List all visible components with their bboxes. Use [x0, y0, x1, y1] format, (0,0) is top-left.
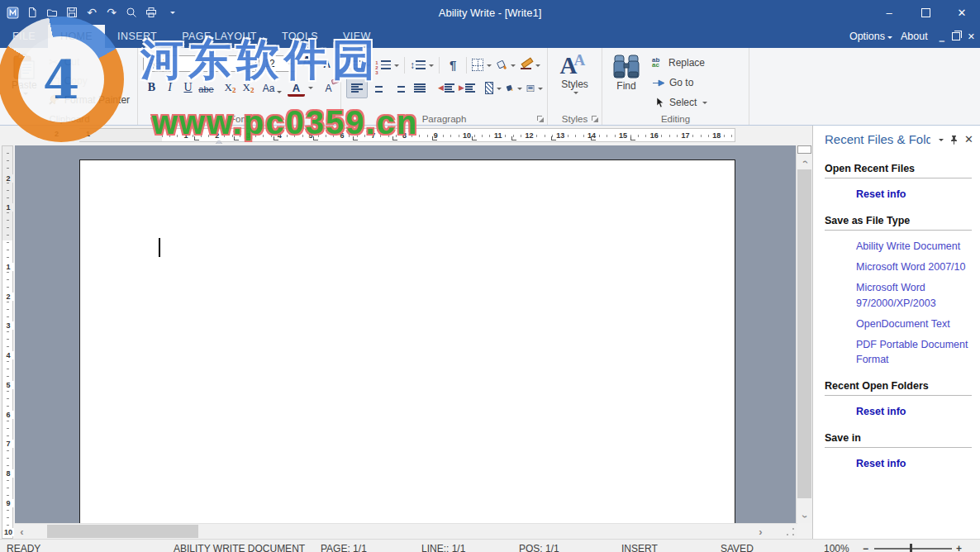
font-color-button[interactable]: A [288, 79, 305, 97]
file-type-link[interactable]: Ability Write Document [856, 239, 972, 254]
subscript-button[interactable]: X2 [221, 79, 239, 97]
scroll-left-button[interactable]: ‹ [15, 524, 29, 539]
format-painter-button[interactable]: Format Painter [45, 90, 131, 109]
superscript-button[interactable]: X2 [240, 79, 257, 97]
tab-page-layout[interactable]: PAGE LAYOUT [169, 25, 269, 48]
minimize-button[interactable]: – [871, 0, 907, 25]
bullet-list-button[interactable] [346, 55, 373, 74]
replace-button[interactable]: abac Replace [650, 54, 709, 73]
vertical-scroll-thumb[interactable] [797, 169, 811, 498]
file-type-link[interactable]: PDF Portable Document Format [856, 337, 972, 367]
select-cursor-icon [652, 97, 666, 108]
document-page[interactable] [79, 159, 735, 523]
horizontal-scroll-thumb[interactable] [47, 525, 198, 538]
pilcrow-icon: ¶ [450, 58, 456, 72]
split-handle[interactable] [797, 145, 811, 154]
pin-icon [949, 135, 959, 145]
new-document-icon[interactable] [25, 5, 40, 20]
close-button[interactable]: ✕ [944, 0, 980, 25]
grow-font-button[interactable]: A [298, 55, 316, 73]
align-left-button[interactable] [346, 78, 368, 98]
zoom-slider-handle[interactable] [910, 544, 912, 552]
chevron-down-icon [248, 63, 253, 68]
strikethrough-button[interactable]: abe [197, 79, 215, 97]
save-icon[interactable] [64, 5, 79, 20]
open-icon[interactable] [45, 5, 59, 20]
shading-button[interactable] [494, 55, 518, 74]
increase-indent-button[interactable]: ▶ [457, 79, 477, 98]
styles-button[interactable]: AA Styles [555, 52, 595, 97]
change-case-button[interactable]: Aa [264, 79, 281, 97]
print-icon[interactable] [144, 5, 159, 20]
panel-close-button[interactable]: ✕ [964, 133, 973, 145]
file-type-link[interactable]: Microsoft Word 97/2000/XP/2003 [856, 280, 972, 310]
vertical-scrollbar[interactable]: › › [796, 145, 812, 523]
paragraph-shading-button[interactable] [504, 79, 524, 98]
font-color-dropdown-icon[interactable] [308, 87, 313, 92]
zoom-slider-track[interactable] [874, 548, 952, 550]
align-right-button[interactable] [389, 79, 409, 98]
font-size-select[interactable]: 12 [259, 55, 296, 72]
border-pencil-button[interactable] [518, 55, 542, 74]
maximize-button[interactable] [907, 0, 944, 25]
cut-button[interactable]: ✂ Cut [45, 52, 131, 71]
scroll-down-button[interactable]: › [797, 509, 812, 523]
line-spacing-button[interactable]: ↕ [408, 55, 435, 74]
italic-button[interactable]: I [161, 79, 178, 97]
resize-grip[interactable] [785, 526, 796, 537]
doc-minimize-button[interactable]: ‗ [940, 32, 944, 41]
decrease-indent-button[interactable]: ◀ [436, 79, 456, 98]
options-menu[interactable]: Options [849, 31, 892, 42]
fill-color-button[interactable] [525, 79, 545, 98]
tab-view[interactable]: VIEW [331, 25, 383, 48]
show-marks-button[interactable]: ¶ [443, 55, 463, 74]
reset-info-link[interactable]: Reset info [856, 404, 972, 419]
copy-button[interactable]: Copy [45, 71, 131, 90]
format-painter-icon [47, 94, 61, 106]
scroll-right-button[interactable]: › [754, 524, 768, 539]
styles-dialog-launcher[interactable] [591, 115, 599, 123]
panel-menu-button[interactable] [936, 137, 944, 142]
about-menu[interactable]: About [901, 31, 928, 42]
horizontal-ruler[interactable]: 21123456789101112131415161718 [15, 126, 812, 145]
zoom-out-button[interactable]: − [863, 543, 868, 552]
horizontal-scrollbar[interactable]: ‹ › [15, 523, 797, 539]
justify-button[interactable] [410, 79, 430, 98]
vertical-ruler[interactable]: 2112345678910 [0, 145, 15, 539]
reset-info-link[interactable]: Reset info [856, 456, 972, 471]
zoom-in-button[interactable]: + [956, 543, 962, 552]
file-type-link[interactable]: OpenDocument Text [856, 316, 972, 331]
select-button[interactable]: Select [650, 93, 709, 112]
reset-info-link[interactable]: Reset info [856, 187, 972, 202]
panel-pin-button[interactable] [949, 135, 959, 145]
tab-insert[interactable]: INSERT [105, 25, 169, 48]
file-type-link[interactable]: Microsoft Word 2007/10 [856, 259, 972, 274]
tab-home[interactable]: HOME [48, 25, 105, 48]
shrink-font-button[interactable]: A [318, 55, 335, 73]
doc-close-button[interactable]: ✕ [968, 32, 975, 41]
find-button[interactable]: Find [607, 52, 645, 112]
paste-button[interactable]: Paste [7, 52, 42, 109]
print-preview-icon[interactable] [124, 5, 139, 20]
clear-formatting-button[interactable]: A [320, 79, 337, 97]
doc-restore-button[interactable] [952, 32, 960, 40]
qat-customize-icon[interactable] [164, 5, 178, 20]
binoculars-icon [612, 54, 640, 80]
status-insert-mode[interactable]: INSERT [621, 543, 658, 552]
pattern-button[interactable] [483, 79, 503, 98]
numbered-list-button[interactable]: 123 [373, 55, 401, 74]
borders-button[interactable] [470, 55, 493, 74]
font-name-select[interactable]: 宋体 [143, 55, 256, 72]
scroll-up-button[interactable]: › [797, 155, 812, 169]
bold-button[interactable]: B [143, 79, 160, 97]
align-center-button[interactable] [369, 79, 388, 98]
redo-icon[interactable]: ↷ [104, 5, 119, 20]
tab-tools[interactable]: TOOLS [269, 25, 331, 48]
tab-file[interactable]: FILE [0, 25, 48, 48]
justify-icon [414, 83, 426, 93]
underline-button[interactable]: U [179, 79, 197, 97]
undo-icon[interactable]: ↶ [84, 5, 99, 20]
font-dialog-launcher[interactable] [330, 115, 338, 123]
goto-button[interactable]: Go to [650, 74, 709, 93]
paragraph-dialog-launcher[interactable] [536, 115, 545, 123]
